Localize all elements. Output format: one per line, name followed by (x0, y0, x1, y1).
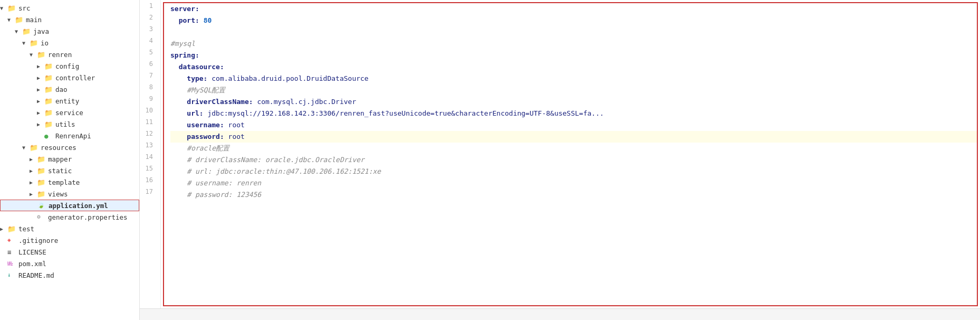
folder-icon: 📁 (37, 167, 46, 174)
sidebar-item-template[interactable]: ▶📁template (0, 176, 139, 188)
token-sp (170, 166, 187, 177)
sidebar-item-test[interactable]: ▶📁test (0, 223, 139, 234)
sidebar-item-label: generator.properties (48, 213, 128, 221)
folder-icon: 📁 (7, 225, 17, 232)
breadcrumb-bar (140, 308, 980, 320)
token-sp (199, 15, 204, 26)
token-val-str: root (228, 119, 245, 131)
tree-arrow-renren: ▼ (30, 52, 37, 58)
token-val-num: 80 (204, 15, 212, 26)
folder-icon: 📁 (37, 178, 46, 186)
sidebar-item-io[interactable]: ▼📁io (0, 37, 139, 49)
sidebar-item-label: pom.xml (18, 260, 46, 268)
sidebar-item-src[interactable]: ▼📁src (0, 2, 139, 14)
code-line-1: server: (170, 3, 977, 15)
sidebar-item-RenrenApi[interactable]: ●RenrenApi (0, 130, 139, 142)
sidebar-item-label: config (55, 62, 79, 70)
sidebar-item-controller[interactable]: ▶📁controller (0, 72, 139, 83)
tree-arrow-views: ▶ (30, 191, 37, 197)
token-val-str: jdbc:mysql://192.168.142.3:3306/renren_f… (207, 108, 603, 119)
sidebar-item-label: test (18, 225, 34, 233)
tree-arrow-java: ▼ (15, 29, 22, 34)
sidebar-item-label: renren (48, 51, 72, 59)
line-number-10: 10 (140, 105, 156, 116)
sidebar-item-dao[interactable]: ▶📁dao (0, 83, 139, 95)
xml-file-icon: ㎒ (7, 260, 17, 267)
folder-icon: 📁 (44, 74, 54, 81)
token-sp (224, 131, 228, 143)
line-number-3: 3 (140, 23, 156, 35)
sidebar-item-README.md[interactable]: ↓README.md (0, 269, 139, 281)
token-sp (204, 108, 208, 119)
code-line-15: # url: jdbc:oracle:thin:@47.100.206.162:… (170, 166, 977, 177)
token-kw: server: (170, 3, 199, 15)
code-line-14: # driverClassName: oracle.jdbc.OracleDri… (170, 154, 977, 166)
code-line-5: spring: (170, 50, 977, 61)
tree-arrow-main: ▼ (7, 17, 15, 23)
sidebar-item-java[interactable]: ▼📁java (0, 25, 139, 37)
folder-icon: 📁 (30, 144, 39, 151)
sidebar-item-mapper[interactable]: ▶📁mapper (0, 153, 139, 165)
sidebar-item-label: service (55, 109, 83, 117)
editor-content: 1234567891011121314151617 server: port: … (140, 0, 980, 308)
line-number-17: 17 (140, 186, 156, 197)
sidebar-item-label: utils (55, 120, 75, 128)
code-line-6: datasource: (170, 61, 977, 73)
token-sp (170, 73, 187, 84)
folder-icon: 📁 (37, 190, 46, 197)
sidebar-item-main[interactable]: ▼📁main (0, 14, 139, 25)
line-number-14: 14 (140, 151, 156, 163)
code-line-13: #oracle配置 (170, 143, 977, 154)
sidebar-item-static[interactable]: ▶📁static (0, 165, 139, 176)
tree-arrow-mapper: ▶ (30, 156, 37, 162)
tree-arrow-io: ▼ (22, 40, 30, 46)
yaml-file-icon: 🍃 (37, 202, 47, 209)
token-sp (170, 143, 187, 154)
line-number-13: 13 (140, 139, 156, 151)
sidebar-item-label: LICENSE (18, 248, 46, 256)
line-number-11: 11 (140, 116, 156, 128)
sidebar-item-label: README.md (18, 271, 54, 279)
sidebar-item-pom.xml[interactable]: ㎒pom.xml (0, 258, 139, 269)
token-val-str: com.mysql.cj.jdbc.Driver (257, 96, 356, 108)
sidebar-item-config[interactable]: ▶📁config (0, 60, 139, 72)
token-sp (170, 189, 187, 201)
code-line-4: # mysql (170, 38, 977, 50)
token-kw: datasource: (179, 61, 224, 73)
line-number-8: 8 (140, 81, 156, 93)
sidebar-item-entity[interactable]: ▶📁entity (0, 95, 139, 107)
special-file-icon: ● (44, 132, 54, 139)
line-number-6: 6 (140, 58, 156, 70)
md-file-icon: ↓ (7, 271, 17, 279)
sidebar-item-label: views (48, 190, 68, 198)
line-number-16: 16 (140, 174, 156, 186)
sidebar-item-LICENSE[interactable]: ≡LICENSE (0, 246, 139, 258)
sidebar-item-application.yml[interactable]: 🍃application.yml (0, 200, 139, 211)
token-sp (170, 96, 187, 108)
sidebar-item-utils[interactable]: ▶📁utils (0, 118, 139, 130)
sidebar-item-label: application.yml (49, 202, 108, 210)
sidebar-item-renren[interactable]: ▼📁renren (0, 49, 139, 60)
line-number-4: 4 (140, 35, 156, 46)
sidebar-item-generator.properties[interactable]: ⚙generator.properties (0, 211, 139, 223)
sidebar-item-.gitignore[interactable]: ◈.gitignore (0, 234, 139, 246)
line-number-2: 2 (140, 12, 156, 23)
tree-arrow-static: ▶ (30, 168, 37, 174)
folder-icon: 📁 (44, 62, 54, 70)
sidebar-item-label: io (41, 39, 49, 47)
tree-arrow-config: ▶ (37, 63, 44, 69)
token-sp (170, 15, 179, 26)
file-tree[interactable]: ▼📁src▼📁main▼📁java▼📁io▼📁renren▶📁config▶📁c… (0, 0, 140, 320)
sidebar-item-service[interactable]: ▶📁service (0, 107, 139, 118)
sidebar-item-views[interactable]: ▶📁views (0, 188, 139, 200)
sidebar-item-label: resources (41, 144, 76, 152)
folder-icon: 📁 (15, 16, 24, 23)
sidebar-item-label: mapper (48, 155, 72, 163)
sidebar-item-resources[interactable]: ▼📁resources (0, 142, 139, 153)
line-number-12: 12 (140, 128, 156, 139)
sidebar-item-label: entity (55, 97, 79, 105)
token-val-str: root (228, 131, 245, 143)
token-comment: #oracle配置 (187, 143, 229, 154)
token-comment: # password: 123456 (187, 189, 261, 201)
code-line-12: password: root (170, 131, 977, 143)
